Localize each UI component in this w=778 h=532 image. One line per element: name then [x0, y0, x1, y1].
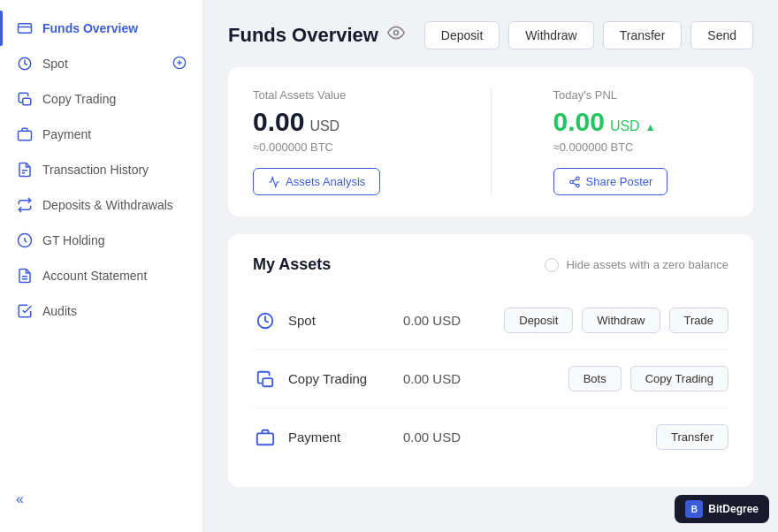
spot-asset-actions: Deposit Withdraw Trade	[504, 308, 728, 333]
svg-rect-21	[257, 433, 273, 445]
assets-title: My Assets	[253, 255, 331, 274]
assets-analysis-button[interactable]: Assets Analysis	[253, 168, 380, 195]
spot-withdraw-button[interactable]: Withdraw	[582, 308, 660, 333]
page-header: Funds Overview Deposit Withdraw Transfer…	[228, 21, 753, 49]
payment-transfer-button[interactable]: Transfer	[656, 424, 728, 450]
svg-point-15	[569, 180, 573, 184]
svg-line-18	[573, 179, 576, 180]
sidebar-item-copy-trading[interactable]: Copy Trading	[0, 81, 202, 117]
transfer-button[interactable]: Transfer	[603, 21, 683, 49]
sidebar-item-spot[interactable]: Spot	[0, 46, 202, 81]
svg-rect-6	[23, 98, 31, 105]
payment-asset-icon	[253, 425, 278, 450]
send-button[interactable]: Send	[690, 21, 753, 49]
pnl-value: 0.00 USD ▲	[553, 107, 729, 137]
share-poster-button[interactable]: Share Poster	[553, 168, 668, 195]
bitdegree-badge: B BitDegree	[675, 495, 769, 523]
pnl-btc: ≈0.000000 BTC	[553, 141, 729, 154]
bitdegree-icon: B	[685, 500, 703, 518]
main-content: Funds Overview Deposit Withdraw Transfer…	[203, 0, 778, 532]
payment-icon	[16, 125, 34, 143]
svg-rect-20	[263, 378, 272, 386]
hide-zero-checkbox[interactable]	[545, 258, 559, 272]
total-assets-label: Total Assets Value	[253, 88, 429, 102]
audits-icon	[16, 302, 34, 320]
copy-trading-copy-button[interactable]: Copy Trading	[630, 366, 728, 391]
assets-header: My Assets Hide assets with a zero balanc…	[253, 255, 728, 274]
sidebar-item-funds-overview[interactable]: Funds Overview	[0, 11, 202, 46]
asset-row-spot: Spot 0.00 USD Deposit Withdraw Trade	[253, 292, 728, 350]
sidebar-item-audits[interactable]: Audits	[0, 293, 202, 329]
asset-row-copy-trading: Copy Trading 0.00 USD Bots Copy Trading	[253, 350, 728, 408]
spot-asset-icon	[253, 308, 278, 333]
spot-trade-button[interactable]: Trade	[669, 308, 728, 333]
total-assets-btc: ≈0.000000 BTC	[253, 141, 429, 154]
copy-trading-icon	[16, 90, 34, 108]
sidebar-item-deposits-withdrawals[interactable]: Deposits & Withdrawals	[0, 187, 202, 223]
overview-divider	[491, 88, 492, 195]
spot-deposit-button[interactable]: Deposit	[504, 308, 573, 333]
pnl-up-icon: ▲	[645, 121, 656, 133]
sidebar-item-account-statement[interactable]: Account Statement	[0, 258, 202, 293]
collapse-button[interactable]: «	[16, 491, 24, 506]
copy-trading-asset-icon	[253, 367, 278, 391]
copy-trading-bots-button[interactable]: Bots	[568, 366, 622, 391]
sidebar-item-transaction-history[interactable]: Transaction History	[0, 152, 202, 187]
deposit-button[interactable]: Deposit	[424, 21, 500, 49]
visibility-toggle-icon[interactable]	[387, 24, 405, 47]
total-assets-value: 0.00 USD	[253, 107, 429, 137]
account-statement-icon	[16, 267, 34, 285]
withdraw-button[interactable]: Withdraw	[508, 21, 593, 49]
sidebar: Funds Overview Spot Copy Trading Payment…	[0, 0, 203, 532]
spot-icon	[16, 55, 34, 72]
gt-holding-icon	[16, 232, 34, 249]
total-assets-section: Total Assets Value 0.00 USD ≈0.000000 BT…	[253, 88, 429, 195]
spot-add-icon[interactable]	[172, 56, 187, 72]
svg-point-14	[576, 177, 579, 180]
sidebar-item-payment[interactable]: Payment	[0, 117, 202, 152]
svg-line-17	[573, 182, 576, 184]
svg-point-13	[393, 31, 398, 35]
svg-rect-7	[19, 131, 32, 141]
svg-rect-0	[19, 24, 32, 34]
funds-overview-icon	[16, 19, 34, 37]
copy-trading-asset-actions: Bots Copy Trading	[568, 366, 728, 391]
assets-card: My Assets Hide assets with a zero balanc…	[228, 234, 753, 487]
asset-row-payment: Payment 0.00 USD Transfer	[253, 408, 728, 466]
deposits-withdrawals-icon	[16, 196, 34, 214]
overview-card: Total Assets Value 0.00 USD ≈0.000000 BT…	[228, 67, 753, 217]
pnl-section: Today's PNL 0.00 USD ▲ ≈0.000000 BTC Sha…	[553, 88, 729, 195]
sidebar-item-gt-holding[interactable]: GT Holding	[0, 223, 202, 258]
transaction-history-icon	[16, 161, 34, 179]
page-title: Funds Overview	[228, 24, 405, 47]
sidebar-footer: «	[0, 477, 202, 521]
pnl-label: Today's PNL	[553, 88, 729, 102]
header-actions: Deposit Withdraw Transfer Send	[424, 21, 753, 49]
hide-zero-toggle[interactable]: Hide assets with a zero balance	[545, 258, 728, 272]
payment-asset-actions: Transfer	[656, 424, 728, 450]
svg-point-16	[576, 184, 579, 187]
